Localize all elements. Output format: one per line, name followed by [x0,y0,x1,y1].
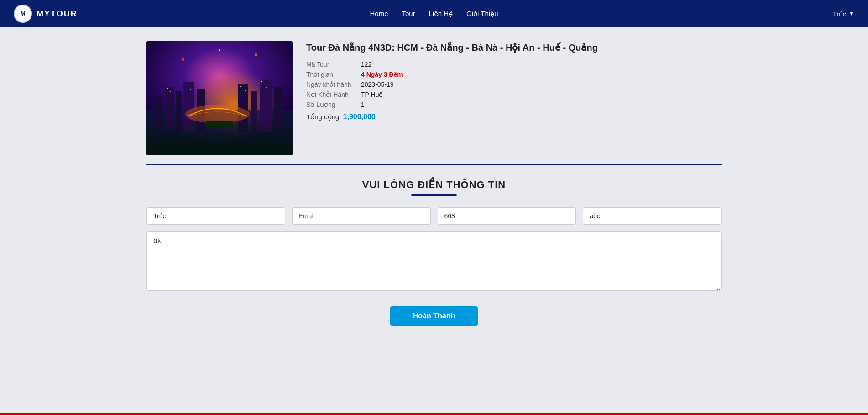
navbar: M MYTOUR Home Tour Liên Hệ Giới Thiệu Tr… [0,0,868,27]
logo-text: M [21,11,25,17]
nav-link-about[interactable]: Giới Thiệu [466,10,498,17]
main-content: Tour Đà Nẵng 4N3D: HCM - Đà Nẵng - Bà Nà… [137,27,731,339]
svg-rect-17 [240,86,241,87]
svg-point-23 [255,53,257,56]
tour-image-inner [146,41,293,155]
svg-rect-21 [206,121,233,128]
noi-khoi-hanh-label: Nơi Khởi Hành [306,91,356,98]
tong-cong-label: Tổng cộng: [306,113,341,121]
svg-point-22 [182,58,184,61]
tour-ngay-khoi-hanh-row: Ngày khởi hành 2023-05-19 [306,81,722,88]
svg-rect-4 [165,87,174,132]
tour-image-svg [146,41,293,155]
ngay-khoi-hanh-value: 2023-05-19 [361,81,394,88]
so-luong-label: Số Lượng [306,101,356,108]
svg-rect-19 [261,81,262,82]
thoi-gian-label: Thời gian [306,71,356,78]
svg-rect-18 [245,90,246,91]
tour-info: Tour Đà Nẵng 4N3D: HCM - Đà Nẵng - Bà Nà… [306,41,722,155]
form-submit-row: Hoàn Thành [146,306,722,326]
brand-link[interactable]: M MYTOUR [14,5,78,23]
form-title: VUI LÒNG ĐIỀN THÔNG TIN [146,179,722,191]
ngay-khoi-hanh-label: Ngày khởi hành [306,81,356,88]
svg-rect-3 [156,96,162,132]
form-row-1 [146,207,722,225]
thoi-gian-value: 4 Ngày 3 Đêm [361,71,403,78]
form-section: VUI LÒNG ĐIỀN THÔNG TIN Hoàn Thành [146,179,722,326]
address-input[interactable] [583,207,722,225]
tour-noi-khoi-hanh-row: Nơi Khởi Hành TP Huế [306,91,722,98]
ma-tour-label: Mã Tour [306,61,356,68]
nav-item-home[interactable]: Home [370,10,388,18]
bottom-bar [0,413,868,415]
brand-name: MYTOUR [37,9,78,19]
nav-link-home[interactable]: Home [370,10,388,17]
nav-menu: Home Tour Liên Hệ Giới Thiệu [370,10,498,18]
tong-cong-value: 1,900,000 [343,113,376,121]
svg-rect-10 [260,80,272,132]
form-title-underline [411,194,457,196]
tour-name: Tour Đà Nẵng 4N3D: HCM - Đà Nẵng - Bà Nà… [306,41,722,54]
tour-thoi-gian-row: Thời gian 4 Ngày 3 Đêm [306,71,722,78]
svg-point-24 [219,49,220,51]
svg-rect-16 [190,89,191,90]
svg-rect-14 [170,91,171,92]
email-input[interactable] [292,207,431,225]
svg-rect-20 [266,87,267,88]
tour-card: Tour Đà Nẵng 4N3D: HCM - Đà Nẵng - Bà Nà… [146,41,722,165]
chevron-down-icon: ▼ [849,11,854,17]
tour-total-row: Tổng cộng: 1,900,000 [306,113,722,121]
note-textarea[interactable] [146,231,722,291]
nav-item-about[interactable]: Giới Thiệu [466,10,498,18]
user-menu[interactable]: Trúc ▼ [833,10,854,18]
name-input[interactable] [146,207,285,225]
nav-link-contact[interactable]: Liên Hệ [429,10,453,17]
so-luong-value: 1 [361,101,365,108]
svg-rect-5 [176,91,182,132]
nav-item-contact[interactable]: Liên Hệ [429,10,453,18]
svg-rect-15 [185,84,186,84]
nav-link-tour[interactable]: Tour [402,10,415,17]
ma-tour-value: 122 [361,61,371,68]
noi-khoi-hanh-value: TP Huế [361,91,383,98]
nav-item-tour[interactable]: Tour [402,10,415,18]
svg-rect-13 [167,88,168,89]
svg-rect-6 [183,82,194,132]
tour-image [146,41,293,155]
user-name: Trúc [833,10,846,18]
submit-button[interactable]: Hoàn Thành [390,306,478,326]
svg-point-12 [185,105,249,123]
tour-ma-row: Mã Tour 122 [306,61,722,68]
svg-rect-11 [274,87,283,132]
phone-input[interactable] [438,207,576,225]
svg-rect-9 [251,91,257,132]
tour-so-luong-row: Số Lượng 1 [306,101,722,108]
brand-logo: M [14,5,32,23]
